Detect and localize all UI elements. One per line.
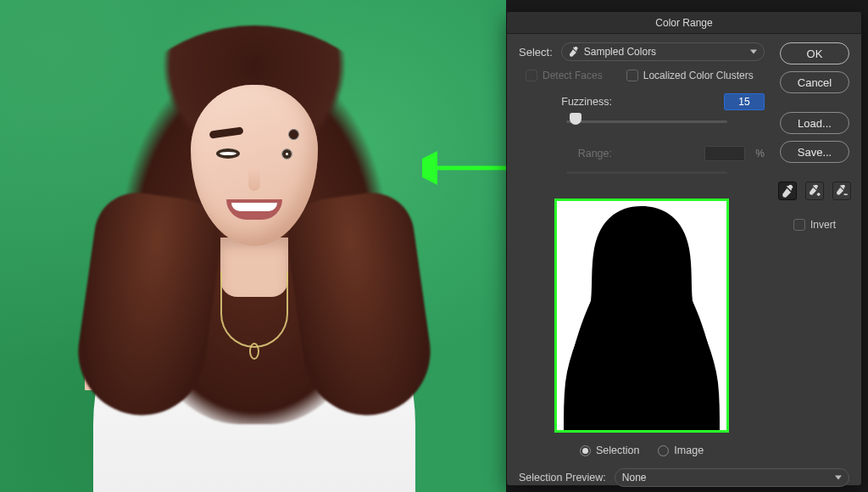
eyedropper-tool[interactable] bbox=[778, 182, 797, 200]
localized-clusters-checkbox[interactable]: Localized Color Clusters bbox=[626, 70, 754, 81]
svg-rect-2 bbox=[843, 193, 847, 195]
load-button[interactable]: Load... bbox=[780, 112, 849, 134]
cancel-button[interactable]: Cancel bbox=[780, 71, 849, 93]
eyedropper-icon bbox=[569, 47, 579, 57]
select-label: Select: bbox=[519, 46, 553, 59]
range-label: Range: bbox=[519, 148, 612, 159]
detect-faces-label: Detect Faces bbox=[542, 70, 603, 81]
save-button[interactable]: Save... bbox=[780, 141, 849, 163]
editor-canvas[interactable] bbox=[0, 0, 506, 492]
selection-preview-label: Selection Preview: bbox=[519, 472, 606, 484]
select-value: Sampled Colors bbox=[584, 46, 656, 58]
color-range-dialog: Color Range Select: Sampled Colors Detec… bbox=[506, 11, 862, 486]
localized-clusters-label: Localized Color Clusters bbox=[643, 70, 754, 81]
preview-mode-selection-radio[interactable]: Selection bbox=[580, 444, 639, 456]
fuzziness-label: Fuzziness: bbox=[519, 96, 612, 108]
selection-preview-dropdown[interactable]: None bbox=[615, 468, 849, 487]
preview-mode-image-radio[interactable]: Image bbox=[658, 444, 704, 456]
detect-faces-checkbox: Detect Faces bbox=[526, 70, 603, 81]
dialog-title[interactable]: Color Range bbox=[507, 12, 861, 34]
subject-figure bbox=[42, 17, 466, 492]
selection-preview-thumbnail[interactable] bbox=[554, 198, 729, 433]
invert-label: Invert bbox=[810, 219, 836, 231]
fuzziness-input[interactable] bbox=[724, 93, 765, 110]
range-input bbox=[704, 146, 745, 161]
radio-off-icon bbox=[658, 445, 669, 456]
select-dropdown[interactable]: Sampled Colors bbox=[561, 42, 765, 61]
radio-on-icon bbox=[580, 445, 591, 456]
eyedropper-subtract-tool[interactable] bbox=[832, 182, 851, 200]
selection-preview-value: None bbox=[622, 472, 647, 484]
range-slider bbox=[566, 163, 727, 180]
eyedropper-add-tool[interactable] bbox=[805, 182, 824, 200]
fuzziness-slider[interactable] bbox=[566, 112, 727, 129]
invert-checkbox[interactable]: Invert bbox=[793, 219, 836, 231]
ok-button[interactable]: OK bbox=[780, 42, 849, 64]
range-unit: % bbox=[755, 148, 765, 159]
